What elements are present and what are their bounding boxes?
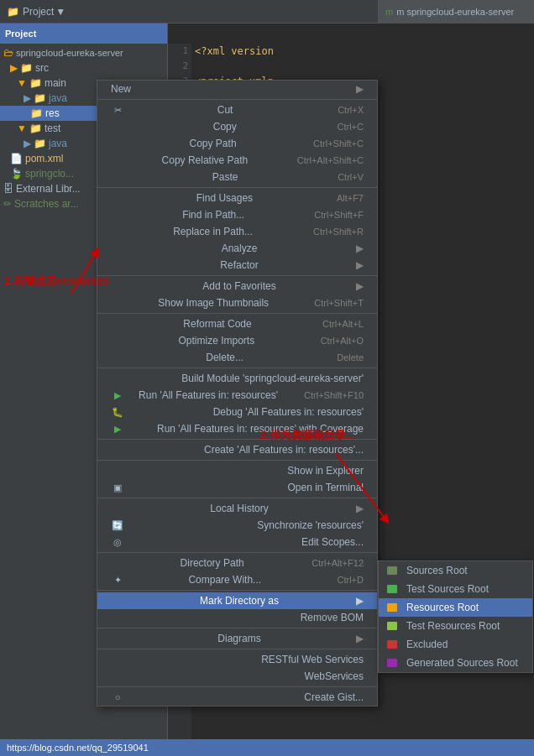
menu-item-build-module[interactable]: Build Module 'springcloud-eureka-server' (97, 370, 377, 387)
menu-item-new[interactable]: New ▶ (97, 81, 377, 97)
gist-icon: ○ (111, 692, 124, 702)
folder-icon-test-java: 📁 (34, 138, 46, 149)
menu-item-analyze-label: Analyze (222, 242, 258, 254)
menu-item-create-gist[interactable]: ○ Create Gist... (97, 689, 377, 706)
module-icon: 🗁 (3, 47, 13, 59)
sep4 (97, 313, 377, 314)
delete-shortcut: Delete (337, 352, 364, 362)
menu-item-delete-label: Delete... (206, 352, 243, 363)
test-expand-icon: ▼ (17, 123, 27, 134)
menu-item-debug[interactable]: 🐛 Debug 'All Features in: resources' (97, 404, 377, 420)
resources-root-label: Resources Root (406, 602, 479, 613)
sep6 (97, 439, 377, 440)
menu-item-cut[interactable]: ✂ Cut Ctrl+X (97, 102, 377, 118)
submenu-item-test-sources-root[interactable]: Test Sources Root (379, 580, 532, 598)
menu-item-debug-label: Debug 'All Features in: resources' (213, 406, 364, 418)
sep5 (97, 368, 377, 368)
menu-item-diagrams-label: Diagrams (217, 633, 260, 644)
test-sources-root-icon (387, 584, 402, 594)
menu-item-compare[interactable]: ✦ Compare With... Ctrl+D (97, 571, 377, 588)
menu-item-find-usages-label: Find Usages (196, 192, 253, 204)
copy-rel-shortcut: Ctrl+Alt+Shift+C (297, 155, 364, 165)
menu-item-replace-in-path-label: Replace in Path... (173, 226, 253, 237)
menu-item-restful-label: RESTful Web Services (261, 654, 364, 665)
editor-tab-title[interactable]: m springcloud-eureka-server (396, 7, 514, 17)
menu-item-run[interactable]: ▶ Run 'All Features in: resources' Ctrl+… (97, 387, 377, 404)
debug-icon: 🐛 (111, 407, 124, 418)
tree-header-label: Project (5, 29, 36, 39)
scopes-icon: ◎ (111, 537, 124, 548)
menu-item-reformat[interactable]: Reformat Code Ctrl+Alt+L (97, 315, 377, 332)
tree-item-src-label: src (35, 62, 49, 74)
menu-item-copy[interactable]: Copy Ctrl+C (97, 118, 377, 135)
menu-item-synchronize[interactable]: 🔄 Synchronize 'resources' (97, 517, 377, 534)
menu-item-gist-label: Create Gist... (304, 691, 364, 703)
menu-item-new-label: New (111, 83, 131, 95)
menu-item-edit-scopes[interactable]: ◎ Edit Scopes... (97, 534, 377, 550)
java-expand-icon: ▶ (24, 92, 31, 104)
submenu-item-sources-root[interactable]: Sources Root (379, 561, 532, 580)
main-expand-icon: ▼ (17, 77, 27, 89)
top-bar-dropdown[interactable]: ▼ (55, 6, 65, 18)
menu-item-copy-path[interactable]: Copy Path Ctrl+Shift+C (97, 135, 377, 152)
editor-tab-header: m m springcloud-eureka-server (378, 0, 534, 23)
top-bar-title: Project (23, 6, 54, 18)
menu-item-show-explorer[interactable]: Show in Explorer (97, 462, 377, 479)
menu-item-cut-label: Cut (217, 104, 233, 116)
menu-item-remove-bom-label: Remove BOM (301, 612, 364, 623)
status-bar: https://blog.csdn.net/qq_29519041 (0, 739, 534, 756)
menu-item-show-thumbnails[interactable]: Show Image Thumbnails Ctrl+Shift+T (97, 295, 377, 311)
menu-item-add-favorites[interactable]: Add to Favorites ▶ (97, 278, 377, 295)
menu-item-local-history[interactable]: Local History ▶ (97, 500, 377, 517)
submenu-item-resources-root[interactable]: Resources Root (379, 598, 532, 617)
menu-item-analyze[interactable]: Analyze ▶ (97, 240, 377, 257)
menu-item-ws-label: WebServices (305, 670, 364, 682)
menu-item-copy-rel-label: Copy Relative Path (162, 154, 249, 166)
menu-item-replace-in-path[interactable]: Replace in Path... Ctrl+Shift+R (97, 223, 377, 240)
menu-item-restful[interactable]: RESTful Web Services (97, 651, 377, 668)
tree-item-spring-label: springclo... (25, 168, 74, 180)
menu-item-dir-path[interactable]: Directory Path Ctrl+Alt+F12 (97, 555, 377, 571)
sep1 (97, 99, 377, 100)
src-icon: ▶ (10, 62, 18, 74)
tree-item-ext-label: External Libr... (16, 183, 81, 195)
generated-sources-root-label: Generated Sources Root (406, 657, 518, 669)
find-in-path-shortcut: Ctrl+Shift+F (314, 210, 364, 220)
cut-shortcut: Ctrl+X (338, 105, 364, 115)
menu-item-find-in-path[interactable]: Find in Path... Ctrl+Shift+F (97, 206, 377, 223)
menu-item-delete[interactable]: Delete... Delete (97, 349, 377, 366)
submenu-item-excluded[interactable]: Excluded (379, 635, 532, 654)
menu-item-copy-relative-path[interactable]: Copy Relative Path Ctrl+Alt+Shift+C (97, 152, 377, 169)
tree-item-test-java-label: java (49, 138, 67, 149)
menu-item-run-coverage[interactable]: ▶ Run 'All Features in: resources' with … (97, 420, 377, 437)
menu-item-refactor[interactable]: Refactor ▶ (97, 257, 377, 274)
menu-item-mark-dir[interactable]: Mark Directory as ▶ (97, 592, 377, 609)
status-bar-url: https://blog.csdn.net/qq_29519041 (7, 743, 149, 753)
menu-item-remove-bom[interactable]: Remove BOM (97, 609, 377, 626)
sep3 (97, 275, 377, 276)
project-tree-header: Project (0, 23, 167, 44)
menu-item-diagrams[interactable]: Diagrams ▶ (97, 630, 377, 647)
cut-icon: ✂ (111, 105, 124, 116)
tree-item-module[interactable]: 🗁 springcloud-eureka-server (0, 45, 167, 60)
resources-root-icon (387, 602, 402, 613)
menu-item-create-label: Create 'All Features in: resources'... (204, 444, 364, 456)
menu-item-copy-path-label: Copy Path (190, 138, 237, 149)
sources-root-icon (387, 566, 402, 576)
menu-item-create[interactable]: Create 'All Features in: resources'... (97, 441, 377, 458)
menu-item-history-label: Local History (210, 503, 268, 514)
submenu-item-generated-sources-root[interactable]: Generated Sources Root (379, 654, 532, 672)
menu-item-add-fav-label: Add to Favorites (202, 280, 275, 292)
menu-item-find-usages[interactable]: Find Usages Alt+F7 (97, 190, 377, 206)
menu-item-webservices[interactable]: WebServices (97, 668, 377, 685)
menu-item-paste[interactable]: Paste Ctrl+V (97, 169, 377, 185)
copy-shortcut: Ctrl+C (338, 122, 364, 132)
submenu-item-test-resources-root[interactable]: Test Resources Root (379, 617, 532, 635)
tree-item-src[interactable]: ▶ 📁 src (0, 60, 167, 76)
menu-item-open-terminal[interactable]: ▣ Open in Terminal (97, 479, 377, 496)
sep2 (97, 187, 377, 188)
menu-item-optimize-imports[interactable]: Optimize Imports Ctrl+Alt+O (97, 332, 377, 349)
menu-item-explorer-label: Show in Explorer (287, 465, 364, 477)
compare-icon: ✦ (111, 575, 124, 586)
paste-shortcut: Ctrl+V (338, 172, 364, 182)
